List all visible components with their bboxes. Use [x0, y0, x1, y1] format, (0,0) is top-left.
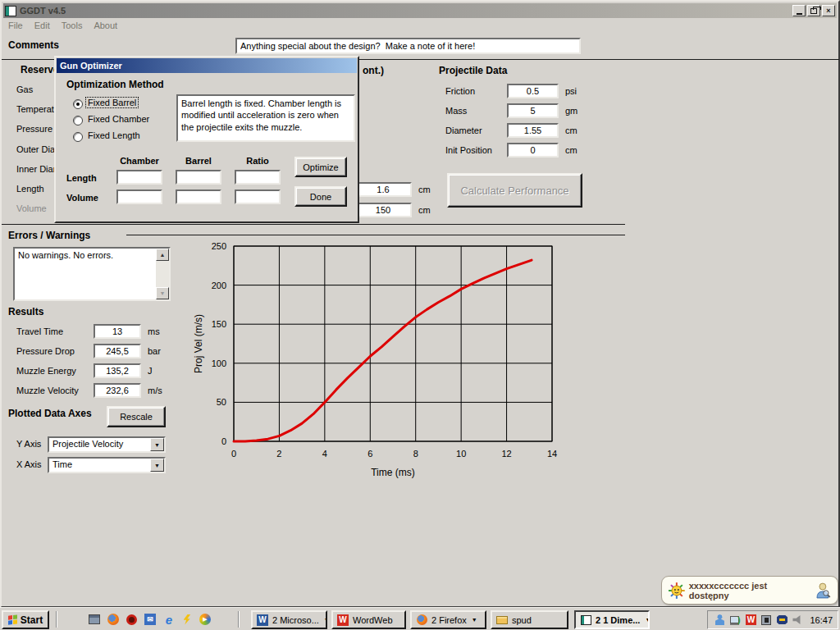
fixed-barrel-radio[interactable] [73, 99, 83, 109]
done-button[interactable]: Done [294, 186, 347, 207]
close-button[interactable]: × [822, 5, 835, 16]
x-axis-select[interactable]: Time ▼ [48, 457, 166, 473]
init-position-input[interactable] [507, 143, 559, 158]
diameter-input[interactable] [507, 123, 559, 138]
scroll-up-icon[interactable]: ▲ [156, 249, 169, 261]
length-row-label: Length [66, 173, 97, 183]
reservoir-label-temperature: Temperatu [16, 104, 57, 114]
barrel-length-input[interactable] [354, 203, 412, 217]
windows-media-player-icon[interactable]: ▶ [198, 612, 212, 627]
reservoir-label-gas: Gas [16, 84, 33, 94]
barrel-diameter-unit: cm [418, 185, 431, 194]
firefox-icon[interactable] [106, 612, 121, 627]
secure-monitor-icon[interactable] [760, 614, 773, 627]
taskbar-clock[interactable]: 16:47 [810, 615, 833, 625]
barrel-length-unit: cm [418, 205, 431, 215]
menu-about[interactable]: About [94, 21, 117, 30]
menu-edit[interactable]: Edit [34, 21, 50, 30]
svg-text:Time (ms): Time (ms) [371, 467, 415, 478]
projectile-data-header: Projectile Data [439, 65, 507, 76]
restore-button[interactable] [807, 5, 820, 16]
chevron-down-icon: ▼ [472, 617, 477, 623]
minimize-button[interactable] [792, 5, 806, 16]
desktop: GGDT v4.5 × File Edit Tools About Commen… [0, 0, 840, 630]
fixed-chamber-radio[interactable] [73, 116, 83, 126]
mail-icon[interactable]: ✉ [143, 612, 158, 627]
fixed-barrel-label[interactable]: Fixed Barrel [86, 98, 138, 107]
diameter-label: Diameter [445, 126, 482, 135]
travel-time-unit: ms [148, 326, 160, 336]
chamber-column-header: Chamber [116, 156, 162, 166]
opera-icon[interactable] [124, 612, 139, 627]
reservoir-label-volume: Volume [16, 203, 47, 213]
close-icon: × [826, 7, 830, 15]
mass-unit: gm [565, 106, 578, 116]
pressure-drop-unit: bar [148, 346, 161, 356]
x-axis-label: X Axis [16, 459, 42, 469]
errors-textbox[interactable]: No warnings. No errors. ▲ ▼ [13, 247, 171, 301]
taskbar-button-wordweb[interactable]: W WordWeb [331, 610, 406, 629]
barrel-diameter-input[interactable] [354, 182, 412, 197]
gadu-gadu-balloon[interactable]: xxxxxccccccc jest dostępny [661, 576, 838, 605]
wordweb-tray-icon[interactable]: W [744, 614, 757, 627]
mass-input[interactable] [507, 103, 559, 118]
taskbar-button-spud-folder[interactable]: spud [491, 610, 568, 629]
svg-text:12: 12 [501, 449, 511, 459]
ggdt-window-icon [579, 614, 592, 627]
firewall-icon[interactable] [775, 614, 788, 627]
reservoir-label-outer-diam: Outer Dian [16, 144, 57, 154]
wordweb-icon: W [336, 614, 349, 627]
volume-icon[interactable] [791, 614, 804, 627]
menu-file[interactable]: File [8, 21, 23, 30]
svg-text:4: 4 [322, 449, 327, 459]
comments-input[interactable] [235, 38, 581, 54]
friction-input[interactable] [507, 84, 559, 98]
taskbar-button-label: 2 Microso... [272, 615, 319, 625]
chevron-down-icon[interactable]: ▼ [150, 438, 164, 451]
svg-text:14: 14 [547, 449, 557, 459]
volume-barrel-input[interactable] [176, 189, 221, 204]
gun-optimizer-dialog: Gun Optimizer Optimization Method Fixed … [54, 56, 359, 223]
internet-explorer-icon[interactable]: e [162, 612, 176, 627]
title-bar[interactable]: GGDT v4.5 × [3, 3, 837, 18]
svg-text:Proj Vel (m/s): Proj Vel (m/s) [193, 314, 204, 373]
menu-tools[interactable]: Tools [62, 21, 83, 30]
muzzle-energy-label: Muzzle Energy [16, 366, 76, 376]
taskbar-button-label: WordWeb [353, 615, 393, 625]
volume-chamber-input[interactable] [116, 189, 162, 204]
y-axis-label: Y Axis [16, 439, 41, 449]
optimize-button[interactable]: Optimize [294, 157, 347, 177]
chevron-down-icon[interactable]: ▼ [150, 459, 164, 472]
media-player-classic-icon[interactable] [87, 612, 102, 627]
length-ratio-input[interactable] [235, 170, 281, 185]
gadu-gadu-user-icon[interactable] [713, 614, 726, 627]
reservoir-label-length: Length [16, 184, 44, 194]
dialog-title-bar[interactable]: Gun Optimizer [57, 58, 357, 73]
firefox-icon [415, 614, 428, 627]
mass-label: Mass [445, 106, 467, 116]
svg-text:250: 250 [212, 241, 226, 251]
network-monitor-icon[interactable]: ) [728, 614, 742, 627]
svg-text:100: 100 [212, 358, 226, 368]
volume-ratio-input[interactable] [235, 189, 281, 204]
taskbar-button-ggdt-group[interactable]: 2 1 Dime... ▼ [574, 610, 650, 629]
taskbar-button-word-group[interactable]: W 2 Microso... ▼ [251, 610, 327, 629]
fixed-length-label[interactable]: Fixed Length [88, 130, 140, 140]
app-icon [5, 6, 16, 16]
fixed-chamber-label[interactable]: Fixed Chamber [88, 114, 149, 124]
velocity-time-chart: 02468101214050100150200250Time (ms)Proj … [189, 238, 566, 484]
svg-text:50: 50 [217, 397, 226, 407]
rescale-button[interactable]: Rescale [107, 406, 166, 427]
travel-time-value [94, 324, 141, 339]
length-chamber-input[interactable] [116, 170, 162, 185]
start-button[interactable]: Start [2, 610, 49, 629]
section-divider-mid [2, 224, 625, 225]
y-axis-select[interactable]: Projectile Velocity ▼ [48, 436, 166, 453]
taskbar-button-firefox-group[interactable]: 2 Firefox ▼ [410, 610, 486, 629]
errors-scrollbar[interactable]: ▲ ▼ [156, 249, 169, 299]
fixed-length-radio[interactable] [73, 132, 83, 142]
scroll-down-icon[interactable]: ▼ [156, 287, 169, 299]
winamp-icon[interactable] [180, 612, 194, 627]
plotted-axes-header: Plotted Data Axes [8, 408, 92, 419]
length-barrel-input[interactable] [176, 170, 221, 185]
